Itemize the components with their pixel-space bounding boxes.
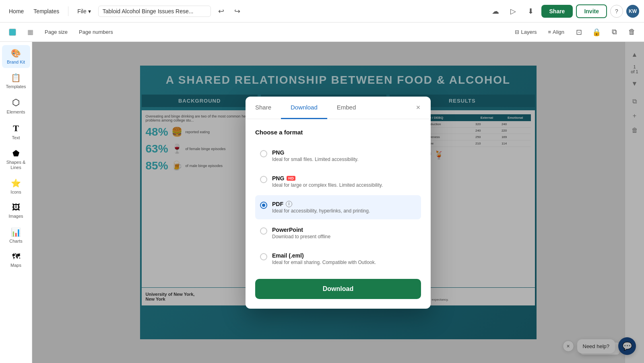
nav-divider xyxy=(68,6,68,16)
avatar[interactable]: KW xyxy=(626,5,639,18)
text-icon: T xyxy=(13,123,19,134)
sidebar-item-text-label: Text xyxy=(12,135,20,140)
pattern-button[interactable]: ▦ xyxy=(23,26,37,38)
format-option-png-hd[interactable]: PNG HD Ideal for large or complex files.… xyxy=(255,169,421,194)
modal-subtitle: Choose a format xyxy=(255,129,421,136)
format-option-png[interactable]: PNG Ideal for small files. Limited acces… xyxy=(255,144,421,168)
maps-icon: 🗺 xyxy=(12,252,20,261)
sidebar-item-images[interactable]: 🖼 Images xyxy=(2,200,30,222)
pattern-icon: ▦ xyxy=(27,28,33,36)
page-numbers-label: Page numbers xyxy=(79,29,113,35)
chevron-down-icon: ▾ xyxy=(88,8,91,14)
main-layout: 🎨 Brand Kit 📋 Templates ⬡ Elements T Tex… xyxy=(0,42,644,363)
pdf-desc: Ideal for accessibility, hyperlinks, and… xyxy=(272,208,370,214)
modal-tab-share[interactable]: Share xyxy=(246,97,281,119)
toolbar-right: ⊟ Layers ≡ Align ⊡ 🔒 ⧉ 🗑 xyxy=(511,25,639,39)
topbar-nav: Home Templates xyxy=(5,6,63,17)
sidebar-item-icons-label: Icons xyxy=(10,190,21,195)
powerpoint-info: PowerPoint Download to present offline xyxy=(272,227,330,239)
file-menu-button[interactable]: File ▾ xyxy=(73,6,95,17)
pdf-radio[interactable] xyxy=(260,202,267,209)
modal-body: Choose a format PNG Ideal for small file… xyxy=(246,119,431,309)
invite-button[interactable]: Invite xyxy=(576,4,607,18)
sidebar-item-elements-label: Elements xyxy=(7,109,25,115)
undo-redo-group: ↩ ↪ xyxy=(214,4,245,19)
sidebar-item-icons[interactable]: ⭐ Icons xyxy=(2,175,30,198)
png-info: PNG Ideal for small files. Limited acces… xyxy=(272,149,359,162)
modal-tab-embed[interactable]: Embed xyxy=(327,97,366,119)
png-hd-radio[interactable] xyxy=(260,176,267,183)
format-option-powerpoint[interactable]: PowerPoint Download to present offline xyxy=(255,221,421,245)
brand-kit-icon: 🎨 xyxy=(11,48,21,58)
share-button[interactable]: Share xyxy=(541,5,573,18)
images-icon: 🖼 xyxy=(12,203,20,212)
document-title-input[interactable] xyxy=(98,6,211,17)
canvas-area[interactable]: A SHARED RELATIONSHIP BETWEEN FOOD & ALC… xyxy=(32,42,644,363)
icons-icon: ⭐ xyxy=(11,178,21,188)
page-size-label: Page size xyxy=(45,29,68,35)
charts-icon: 📊 xyxy=(11,227,21,237)
nav-home[interactable]: Home xyxy=(5,6,28,17)
png-radio[interactable] xyxy=(260,150,267,157)
modal-backdrop[interactable]: Share Download Embed × Choose a format P… xyxy=(32,42,644,363)
templates-icon: 📋 xyxy=(11,73,21,82)
png-hd-desc: Ideal for large or complex files. Limite… xyxy=(272,182,383,188)
layers-button[interactable]: ⊟ Layers xyxy=(511,27,541,37)
nav-templates[interactable]: Templates xyxy=(29,6,63,17)
align-button[interactable]: ≡ Align xyxy=(544,27,568,37)
sidebar-item-shapes-lines-label: Shapes & Lines xyxy=(4,160,29,170)
color-swatch-button[interactable] xyxy=(5,26,20,38)
sidebar-item-elements[interactable]: ⬡ Elements xyxy=(2,94,30,118)
sidebar-item-maps[interactable]: 🗺 Maps xyxy=(2,249,30,271)
sidebar-item-templates[interactable]: 📋 Templates xyxy=(2,70,30,93)
elements-icon: ⬡ xyxy=(12,97,20,108)
secondary-toolbar: ▦ Page size Page numbers ⊟ Layers ≡ Alig… xyxy=(0,23,644,42)
duplicate-button[interactable]: ⧉ xyxy=(607,25,621,39)
sidebar-item-text[interactable]: T Text xyxy=(2,120,30,144)
align-icon: ≡ xyxy=(548,29,551,35)
sidebar-item-maps-label: Maps xyxy=(10,263,21,268)
pdf-info-icon[interactable]: i xyxy=(286,201,292,207)
png-hd-info: PNG HD Ideal for large or complex files.… xyxy=(272,175,383,188)
undo-button[interactable]: ↩ xyxy=(214,4,229,19)
sidebar-item-brand-kit[interactable]: 🎨 Brand Kit xyxy=(2,45,30,68)
sidebar-item-images-label: Images xyxy=(8,214,23,219)
powerpoint-desc: Download to present offline xyxy=(272,234,330,239)
pdf-info: PDF i Ideal for accessibility, hyperlink… xyxy=(272,201,370,214)
sidebar-item-charts-label: Charts xyxy=(9,239,22,244)
shapes-lines-icon: ⬟ xyxy=(12,148,19,158)
page-size-button[interactable]: Page size xyxy=(41,27,72,37)
present-button[interactable]: ▷ xyxy=(506,4,520,19)
redo-button[interactable]: ↪ xyxy=(230,4,245,19)
help-button[interactable]: ? xyxy=(610,5,623,18)
page-color-swatch xyxy=(9,29,16,36)
cloud-save-button[interactable]: ☁ xyxy=(488,4,503,19)
sidebar-item-templates-label: Templates xyxy=(6,84,26,89)
powerpoint-radio[interactable] xyxy=(260,227,267,235)
png-hd-name: PNG HD xyxy=(272,175,383,182)
download-button[interactable]: Download xyxy=(255,279,421,299)
format-option-pdf[interactable]: PDF i Ideal for accessibility, hyperlink… xyxy=(255,195,421,219)
topbar-actions: ☁ ▷ ⬇ Share Invite ? KW xyxy=(488,4,640,19)
png-desc: Ideal for small files. Limited accessibi… xyxy=(272,157,359,162)
pdf-name: PDF i xyxy=(272,201,370,207)
sidebar-item-shapes-lines[interactable]: ⬟ Shapes & Lines xyxy=(2,145,30,173)
email-radio[interactable] xyxy=(260,253,267,260)
email-info: Email (.eml) Ideal for email sharing. Co… xyxy=(272,252,376,265)
page-numbers-button[interactable]: Page numbers xyxy=(75,27,117,37)
topbar: Home Templates File ▾ ↩ ↪ ☁ ▷ ⬇ Share In… xyxy=(0,0,644,23)
hd-badge: HD xyxy=(287,176,295,181)
crop-button[interactable]: ⊡ xyxy=(572,25,586,39)
modal-header: Share Download Embed × xyxy=(246,97,431,119)
modal-close-button[interactable]: × xyxy=(412,101,424,113)
email-name: Email (.eml) xyxy=(272,252,376,259)
delete-button[interactable]: 🗑 xyxy=(625,25,639,39)
modal-tab-download[interactable]: Download xyxy=(281,97,327,119)
download-icon-button[interactable]: ⬇ xyxy=(524,4,538,19)
png-name: PNG xyxy=(272,149,359,156)
sidebar-item-charts[interactable]: 📊 Charts xyxy=(2,224,30,247)
lock-button[interactable]: 🔒 xyxy=(589,25,604,39)
layers-icon: ⊟ xyxy=(515,29,519,35)
format-option-email[interactable]: Email (.eml) Ideal for email sharing. Co… xyxy=(255,247,421,271)
sidebar-item-brand-kit-label: Brand Kit xyxy=(7,60,25,65)
